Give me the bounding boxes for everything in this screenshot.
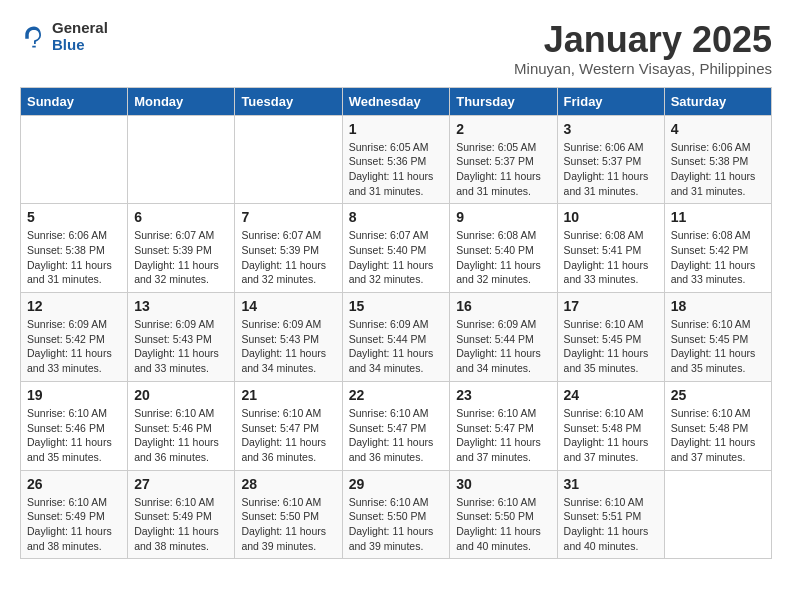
week-row-4: 19Sunrise: 6:10 AMSunset: 5:46 PMDayligh… bbox=[21, 381, 772, 470]
day-number: 22 bbox=[349, 387, 444, 403]
day-number: 8 bbox=[349, 209, 444, 225]
day-cell: 13Sunrise: 6:09 AMSunset: 5:43 PMDayligh… bbox=[128, 293, 235, 382]
day-number: 16 bbox=[456, 298, 550, 314]
day-info: Sunrise: 6:09 AMSunset: 5:42 PMDaylight:… bbox=[27, 317, 121, 376]
day-info: Sunrise: 6:08 AMSunset: 5:42 PMDaylight:… bbox=[671, 228, 765, 287]
day-number: 23 bbox=[456, 387, 550, 403]
day-info: Sunrise: 6:06 AMSunset: 5:38 PMDaylight:… bbox=[27, 228, 121, 287]
day-number: 10 bbox=[564, 209, 658, 225]
day-cell: 23Sunrise: 6:10 AMSunset: 5:47 PMDayligh… bbox=[450, 381, 557, 470]
day-info: Sunrise: 6:10 AMSunset: 5:48 PMDaylight:… bbox=[564, 406, 658, 465]
title-block: January 2025 Minuyan, Western Visayas, P… bbox=[514, 20, 772, 77]
day-info: Sunrise: 6:07 AMSunset: 5:39 PMDaylight:… bbox=[134, 228, 228, 287]
logo-blue: Blue bbox=[52, 37, 108, 54]
day-cell: 27Sunrise: 6:10 AMSunset: 5:49 PMDayligh… bbox=[128, 470, 235, 559]
day-number: 7 bbox=[241, 209, 335, 225]
day-info: Sunrise: 6:08 AMSunset: 5:41 PMDaylight:… bbox=[564, 228, 658, 287]
day-cell: 1Sunrise: 6:05 AMSunset: 5:36 PMDaylight… bbox=[342, 115, 450, 204]
weekday-header-monday: Monday bbox=[128, 87, 235, 115]
day-info: Sunrise: 6:09 AMSunset: 5:43 PMDaylight:… bbox=[134, 317, 228, 376]
day-cell: 6Sunrise: 6:07 AMSunset: 5:39 PMDaylight… bbox=[128, 204, 235, 293]
day-cell: 29Sunrise: 6:10 AMSunset: 5:50 PMDayligh… bbox=[342, 470, 450, 559]
day-cell bbox=[128, 115, 235, 204]
day-info: Sunrise: 6:10 AMSunset: 5:45 PMDaylight:… bbox=[564, 317, 658, 376]
day-cell: 31Sunrise: 6:10 AMSunset: 5:51 PMDayligh… bbox=[557, 470, 664, 559]
day-cell: 20Sunrise: 6:10 AMSunset: 5:46 PMDayligh… bbox=[128, 381, 235, 470]
day-info: Sunrise: 6:09 AMSunset: 5:43 PMDaylight:… bbox=[241, 317, 335, 376]
weekday-header-friday: Friday bbox=[557, 87, 664, 115]
day-cell: 15Sunrise: 6:09 AMSunset: 5:44 PMDayligh… bbox=[342, 293, 450, 382]
day-info: Sunrise: 6:10 AMSunset: 5:50 PMDaylight:… bbox=[241, 495, 335, 554]
day-info: Sunrise: 6:08 AMSunset: 5:40 PMDaylight:… bbox=[456, 228, 550, 287]
day-cell: 21Sunrise: 6:10 AMSunset: 5:47 PMDayligh… bbox=[235, 381, 342, 470]
weekday-header-tuesday: Tuesday bbox=[235, 87, 342, 115]
day-cell: 25Sunrise: 6:10 AMSunset: 5:48 PMDayligh… bbox=[664, 381, 771, 470]
day-cell: 10Sunrise: 6:08 AMSunset: 5:41 PMDayligh… bbox=[557, 204, 664, 293]
day-info: Sunrise: 6:10 AMSunset: 5:46 PMDaylight:… bbox=[27, 406, 121, 465]
day-info: Sunrise: 6:07 AMSunset: 5:39 PMDaylight:… bbox=[241, 228, 335, 287]
day-info: Sunrise: 6:06 AMSunset: 5:38 PMDaylight:… bbox=[671, 140, 765, 199]
day-cell: 22Sunrise: 6:10 AMSunset: 5:47 PMDayligh… bbox=[342, 381, 450, 470]
day-cell: 3Sunrise: 6:06 AMSunset: 5:37 PMDaylight… bbox=[557, 115, 664, 204]
day-cell: 30Sunrise: 6:10 AMSunset: 5:50 PMDayligh… bbox=[450, 470, 557, 559]
day-number: 26 bbox=[27, 476, 121, 492]
day-info: Sunrise: 6:10 AMSunset: 5:45 PMDaylight:… bbox=[671, 317, 765, 376]
week-row-1: 1Sunrise: 6:05 AMSunset: 5:36 PMDaylight… bbox=[21, 115, 772, 204]
day-info: Sunrise: 6:09 AMSunset: 5:44 PMDaylight:… bbox=[349, 317, 444, 376]
day-number: 18 bbox=[671, 298, 765, 314]
day-info: Sunrise: 6:10 AMSunset: 5:47 PMDaylight:… bbox=[349, 406, 444, 465]
day-number: 30 bbox=[456, 476, 550, 492]
day-cell: 9Sunrise: 6:08 AMSunset: 5:40 PMDaylight… bbox=[450, 204, 557, 293]
day-number: 6 bbox=[134, 209, 228, 225]
day-number: 2 bbox=[456, 121, 550, 137]
weekday-header-row: SundayMondayTuesdayWednesdayThursdayFrid… bbox=[21, 87, 772, 115]
day-cell: 26Sunrise: 6:10 AMSunset: 5:49 PMDayligh… bbox=[21, 470, 128, 559]
day-number: 24 bbox=[564, 387, 658, 403]
day-cell bbox=[235, 115, 342, 204]
day-info: Sunrise: 6:10 AMSunset: 5:47 PMDaylight:… bbox=[241, 406, 335, 465]
day-number: 28 bbox=[241, 476, 335, 492]
weekday-header-wednesday: Wednesday bbox=[342, 87, 450, 115]
page-header: General Blue January 2025 Minuyan, Weste… bbox=[20, 20, 772, 77]
day-cell: 17Sunrise: 6:10 AMSunset: 5:45 PMDayligh… bbox=[557, 293, 664, 382]
day-number: 29 bbox=[349, 476, 444, 492]
logo-icon bbox=[20, 23, 48, 51]
day-info: Sunrise: 6:09 AMSunset: 5:44 PMDaylight:… bbox=[456, 317, 550, 376]
day-info: Sunrise: 6:10 AMSunset: 5:49 PMDaylight:… bbox=[27, 495, 121, 554]
week-row-2: 5Sunrise: 6:06 AMSunset: 5:38 PMDaylight… bbox=[21, 204, 772, 293]
day-number: 27 bbox=[134, 476, 228, 492]
day-number: 20 bbox=[134, 387, 228, 403]
calendar-table: SundayMondayTuesdayWednesdayThursdayFrid… bbox=[20, 87, 772, 560]
day-cell: 18Sunrise: 6:10 AMSunset: 5:45 PMDayligh… bbox=[664, 293, 771, 382]
day-number: 31 bbox=[564, 476, 658, 492]
day-cell: 24Sunrise: 6:10 AMSunset: 5:48 PMDayligh… bbox=[557, 381, 664, 470]
day-info: Sunrise: 6:05 AMSunset: 5:37 PMDaylight:… bbox=[456, 140, 550, 199]
day-number: 1 bbox=[349, 121, 444, 137]
logo-general: General bbox=[52, 20, 108, 37]
day-cell: 14Sunrise: 6:09 AMSunset: 5:43 PMDayligh… bbox=[235, 293, 342, 382]
day-number: 25 bbox=[671, 387, 765, 403]
day-number: 4 bbox=[671, 121, 765, 137]
week-row-3: 12Sunrise: 6:09 AMSunset: 5:42 PMDayligh… bbox=[21, 293, 772, 382]
day-info: Sunrise: 6:10 AMSunset: 5:46 PMDaylight:… bbox=[134, 406, 228, 465]
day-info: Sunrise: 6:10 AMSunset: 5:49 PMDaylight:… bbox=[134, 495, 228, 554]
logo: General Blue bbox=[20, 20, 108, 53]
day-number: 11 bbox=[671, 209, 765, 225]
day-number: 17 bbox=[564, 298, 658, 314]
day-info: Sunrise: 6:10 AMSunset: 5:47 PMDaylight:… bbox=[456, 406, 550, 465]
day-cell: 4Sunrise: 6:06 AMSunset: 5:38 PMDaylight… bbox=[664, 115, 771, 204]
day-cell: 5Sunrise: 6:06 AMSunset: 5:38 PMDaylight… bbox=[21, 204, 128, 293]
day-number: 13 bbox=[134, 298, 228, 314]
weekday-header-saturday: Saturday bbox=[664, 87, 771, 115]
day-number: 19 bbox=[27, 387, 121, 403]
weekday-header-thursday: Thursday bbox=[450, 87, 557, 115]
day-cell: 19Sunrise: 6:10 AMSunset: 5:46 PMDayligh… bbox=[21, 381, 128, 470]
day-cell: 8Sunrise: 6:07 AMSunset: 5:40 PMDaylight… bbox=[342, 204, 450, 293]
day-number: 15 bbox=[349, 298, 444, 314]
calendar-title: January 2025 bbox=[514, 20, 772, 60]
day-number: 21 bbox=[241, 387, 335, 403]
day-number: 14 bbox=[241, 298, 335, 314]
day-cell: 11Sunrise: 6:08 AMSunset: 5:42 PMDayligh… bbox=[664, 204, 771, 293]
day-cell bbox=[664, 470, 771, 559]
day-info: Sunrise: 6:05 AMSunset: 5:36 PMDaylight:… bbox=[349, 140, 444, 199]
